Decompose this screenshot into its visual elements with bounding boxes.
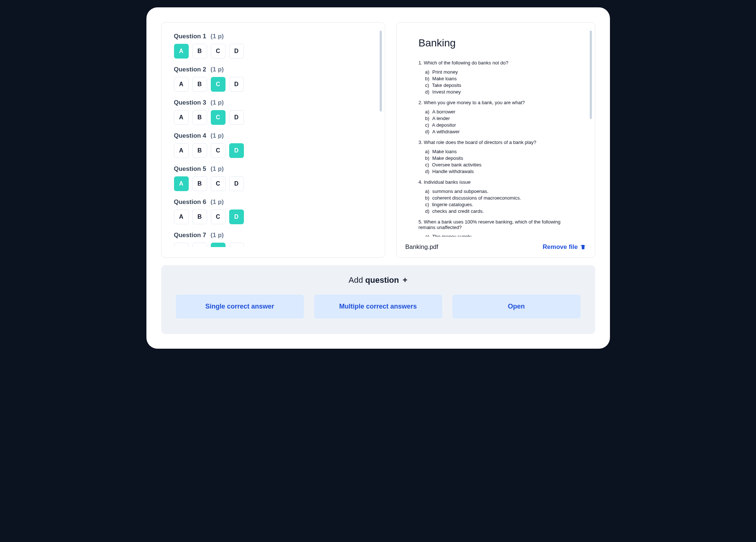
answer-option-c[interactable]: C bbox=[211, 143, 226, 158]
answer-row: ABCD bbox=[174, 243, 369, 247]
answer-row: ABCD bbox=[174, 143, 369, 158]
document-panel: Banking 1. Which of the following do ban… bbox=[396, 22, 595, 258]
question-header: Question 4(1 p) bbox=[174, 132, 369, 140]
question-label: Question 6 bbox=[174, 198, 206, 206]
doc-option: a)Make loans bbox=[425, 149, 573, 154]
answer-option-d[interactable]: D bbox=[229, 176, 244, 191]
answer-option-b[interactable]: B bbox=[192, 176, 207, 191]
doc-option-letter: d) bbox=[425, 129, 430, 134]
answer-option-a[interactable]: A bbox=[174, 44, 189, 59]
doc-option: d)Handle withdrawals bbox=[425, 169, 573, 174]
answer-option-a[interactable]: A bbox=[174, 143, 189, 158]
document-view[interactable]: Banking 1. Which of the following do ban… bbox=[397, 22, 595, 237]
doc-option-letter: c) bbox=[425, 122, 429, 128]
answer-option-a[interactable]: A bbox=[174, 210, 189, 224]
answer-option-b[interactable]: B bbox=[192, 77, 207, 92]
doc-question: 1. Which of the following do banks not d… bbox=[419, 60, 573, 95]
answer-option-d[interactable]: D bbox=[229, 110, 244, 125]
doc-option: d)A withdrawer bbox=[425, 129, 573, 134]
doc-option: c)A depositor bbox=[425, 122, 573, 128]
scrollbar-left[interactable] bbox=[380, 31, 382, 112]
answer-option-d[interactable]: D bbox=[229, 44, 244, 59]
doc-question-text: 5. When a bank uses 100% reserve banking… bbox=[419, 219, 573, 230]
question-points: (1 p) bbox=[210, 232, 224, 239]
doc-option-letter: b) bbox=[425, 155, 430, 161]
question-block: Question 1(1 p)ABCD bbox=[174, 33, 369, 59]
answer-option-d[interactable]: D bbox=[229, 77, 244, 92]
question-block: Question 3(1 p)ABCD bbox=[174, 99, 369, 125]
question-block: Question 6(1 p)ABCD bbox=[174, 198, 369, 224]
doc-option-letter: c) bbox=[425, 82, 429, 88]
answer-row: ABCD bbox=[174, 110, 369, 125]
doc-options: a)Print moneyb)Make loansc)Take deposits… bbox=[419, 69, 573, 95]
answer-option-b[interactable]: B bbox=[192, 110, 207, 125]
doc-options: a)summons and subpoenas.b)coherent discu… bbox=[419, 189, 573, 214]
doc-option-letter: b) bbox=[425, 195, 430, 201]
doc-option: a)A borrower bbox=[425, 109, 573, 115]
doc-option: b)Make loans bbox=[425, 76, 573, 81]
doc-option-text: Print money bbox=[432, 69, 458, 75]
doc-option: a)summons and subpoenas. bbox=[425, 189, 573, 194]
answer-option-c[interactable]: C bbox=[211, 77, 226, 92]
question-points: (1 p) bbox=[210, 99, 224, 106]
question-header: Question 7(1 p) bbox=[174, 232, 369, 239]
answer-option-a[interactable]: A bbox=[174, 176, 189, 191]
doc-option-text: coherent discussions of macroeconomics. bbox=[432, 195, 521, 201]
answer-option-d[interactable]: D bbox=[229, 210, 244, 224]
doc-option-text: Handle withdrawals bbox=[432, 169, 474, 174]
document-title: Banking bbox=[419, 37, 573, 49]
doc-option: b)Make deposits bbox=[425, 155, 573, 161]
question-label: question bbox=[365, 275, 399, 285]
answer-option-d[interactable]: D bbox=[229, 243, 244, 247]
question-points: (1 p) bbox=[210, 33, 224, 40]
doc-option-text: Make deposits bbox=[432, 155, 463, 161]
answer-option-d[interactable]: D bbox=[229, 143, 244, 158]
question-label: Question 7 bbox=[174, 232, 206, 239]
questions-scroll[interactable]: Question 1(1 p)ABCDQuestion 2(1 p)ABCDQu… bbox=[174, 33, 372, 247]
question-block: Question 7(1 p)ABCD bbox=[174, 232, 369, 247]
answer-option-c[interactable]: C bbox=[211, 176, 226, 191]
answer-option-c[interactable]: C bbox=[211, 110, 226, 125]
plus-icon: + bbox=[403, 275, 408, 285]
remove-file-button[interactable]: Remove file bbox=[543, 243, 586, 251]
doc-option: c)Take deposits bbox=[425, 82, 573, 88]
question-points: (1 p) bbox=[210, 66, 224, 73]
answer-row: ABCD bbox=[174, 77, 369, 92]
question-type-button[interactable]: Multiple correct answers bbox=[314, 295, 442, 318]
answer-option-a[interactable]: A bbox=[174, 77, 189, 92]
question-type-button[interactable]: Open bbox=[452, 295, 581, 318]
doc-option-letter: a) bbox=[425, 234, 430, 237]
answer-option-a[interactable]: A bbox=[174, 110, 189, 125]
question-type-row: Single correct answerMultiple correct an… bbox=[176, 295, 581, 318]
answer-option-b[interactable]: B bbox=[192, 210, 207, 224]
doc-option: a)The money supply bbox=[425, 234, 573, 237]
doc-option-text: summons and subpoenas. bbox=[432, 189, 488, 194]
answer-row: ABCD bbox=[174, 44, 369, 59]
trash-icon bbox=[580, 244, 586, 250]
question-header: Question 6(1 p) bbox=[174, 198, 369, 206]
doc-question-text: 2. When you give money to a bank, you ar… bbox=[419, 100, 573, 105]
question-points: (1 p) bbox=[210, 165, 224, 173]
question-block: Question 4(1 p)ABCD bbox=[174, 132, 369, 158]
doc-option-text: A depositor bbox=[432, 122, 456, 128]
question-points: (1 p) bbox=[210, 198, 224, 206]
doc-option-text: Take deposits bbox=[432, 82, 461, 88]
answer-option-c[interactable]: C bbox=[211, 44, 226, 59]
question-label: Question 2 bbox=[174, 66, 206, 73]
answer-option-c[interactable]: C bbox=[211, 243, 226, 247]
answer-option-c[interactable]: C bbox=[211, 210, 226, 224]
document-filename: Banking.pdf bbox=[405, 243, 439, 251]
answer-option-b[interactable]: B bbox=[192, 143, 207, 158]
answer-option-a[interactable]: A bbox=[174, 243, 189, 247]
question-label: Question 5 bbox=[174, 165, 206, 173]
doc-option-letter: d) bbox=[425, 208, 430, 214]
doc-options: a)A borrowerb)A lenderc)A depositord)A w… bbox=[419, 109, 573, 134]
doc-option-letter: d) bbox=[425, 89, 430, 95]
doc-question: 4. Individual banks issuea)summons and s… bbox=[419, 179, 573, 214]
question-block: Question 5(1 p)ABCD bbox=[174, 165, 369, 191]
answer-option-b[interactable]: B bbox=[192, 44, 207, 59]
answer-row: ABCD bbox=[174, 210, 369, 224]
answer-option-b[interactable]: B bbox=[192, 243, 207, 247]
question-type-button[interactable]: Single correct answer bbox=[176, 295, 304, 318]
doc-option-letter: b) bbox=[425, 116, 430, 121]
